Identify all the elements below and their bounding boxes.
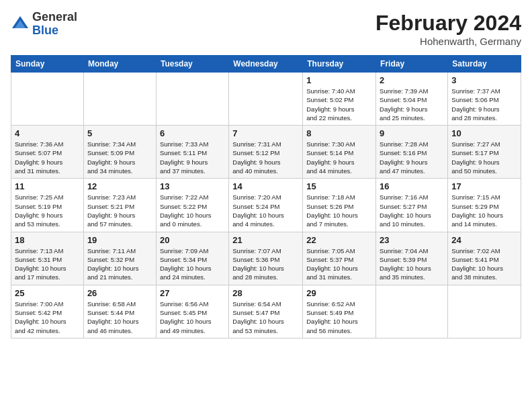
day-number: 16 xyxy=(380,181,444,191)
calendar-cell: 2Sunrise: 7:39 AM Sunset: 5:04 PM Daylig… xyxy=(376,73,448,126)
day-number: 15 xyxy=(306,181,372,191)
day-number: 7 xyxy=(232,128,299,138)
day-info: Sunrise: 7:33 AM Sunset: 5:11 PM Dayligh… xyxy=(160,140,225,175)
location-label: Hohenwarth, Germany xyxy=(375,36,521,47)
day-number: 17 xyxy=(451,181,517,191)
day-info: Sunrise: 7:00 AM Sunset: 5:42 PM Dayligh… xyxy=(15,300,80,335)
day-info: Sunrise: 7:16 AM Sunset: 5:27 PM Dayligh… xyxy=(380,193,444,228)
day-number: 10 xyxy=(451,128,517,138)
page-header: General Blue February 2024 Hohenwarth, G… xyxy=(11,11,521,47)
calendar-cell: 1Sunrise: 7:40 AM Sunset: 5:02 PM Daylig… xyxy=(303,73,376,126)
calendar-cell: 12Sunrise: 7:23 AM Sunset: 5:21 PM Dayli… xyxy=(83,179,156,232)
day-number: 13 xyxy=(160,181,225,191)
day-info: Sunrise: 7:22 AM Sunset: 5:22 PM Dayligh… xyxy=(160,193,225,228)
calendar-cell: 20Sunrise: 7:09 AM Sunset: 5:34 PM Dayli… xyxy=(156,232,228,285)
day-info: Sunrise: 7:07 AM Sunset: 5:36 PM Dayligh… xyxy=(232,246,299,282)
calendar-cell: 8Sunrise: 7:30 AM Sunset: 5:14 PM Daylig… xyxy=(303,126,376,179)
day-info: Sunrise: 7:15 AM Sunset: 5:29 PM Dayligh… xyxy=(451,193,517,228)
calendar-table: SundayMondayTuesdayWednesdayThursdayFrid… xyxy=(11,55,521,338)
calendar-cell xyxy=(448,285,521,338)
calendar-week-3: 11Sunrise: 7:25 AM Sunset: 5:19 PM Dayli… xyxy=(11,179,521,232)
calendar-cell: 7Sunrise: 7:31 AM Sunset: 5:12 PM Daylig… xyxy=(229,126,303,179)
day-info: Sunrise: 7:39 AM Sunset: 5:04 PM Dayligh… xyxy=(380,87,444,122)
day-number: 23 xyxy=(380,235,444,245)
day-number: 26 xyxy=(87,288,152,298)
day-number: 8 xyxy=(306,128,372,138)
calendar-cell: 22Sunrise: 7:05 AM Sunset: 5:37 PM Dayli… xyxy=(303,232,376,285)
day-info: Sunrise: 7:20 AM Sunset: 5:24 PM Dayligh… xyxy=(232,193,299,228)
day-info: Sunrise: 7:11 AM Sunset: 5:32 PM Dayligh… xyxy=(87,246,152,282)
logo-blue-label: Blue xyxy=(32,24,77,38)
calendar-week-4: 18Sunrise: 7:13 AM Sunset: 5:31 PM Dayli… xyxy=(11,232,521,285)
calendar-cell xyxy=(83,73,156,126)
calendar-cell: 3Sunrise: 7:37 AM Sunset: 5:06 PM Daylig… xyxy=(448,73,521,126)
day-info: Sunrise: 7:34 AM Sunset: 5:09 PM Dayligh… xyxy=(87,140,152,175)
logo: General Blue xyxy=(11,11,77,38)
day-number: 28 xyxy=(232,288,299,298)
logo-general-label: General xyxy=(32,11,77,24)
logo-icon xyxy=(11,15,30,34)
day-number: 3 xyxy=(451,75,517,85)
day-info: Sunrise: 7:28 AM Sunset: 5:16 PM Dayligh… xyxy=(380,140,444,175)
day-info: Sunrise: 7:04 AM Sunset: 5:39 PM Dayligh… xyxy=(380,246,444,282)
calendar-cell: 21Sunrise: 7:07 AM Sunset: 5:36 PM Dayli… xyxy=(229,232,303,285)
day-info: Sunrise: 7:13 AM Sunset: 5:31 PM Dayligh… xyxy=(15,246,80,282)
day-info: Sunrise: 7:18 AM Sunset: 5:26 PM Dayligh… xyxy=(306,193,372,228)
calendar-cell: 25Sunrise: 7:00 AM Sunset: 5:42 PM Dayli… xyxy=(11,285,84,338)
day-info: Sunrise: 6:54 AM Sunset: 5:47 PM Dayligh… xyxy=(232,300,299,335)
day-number: 18 xyxy=(15,235,80,245)
day-info: Sunrise: 7:25 AM Sunset: 5:19 PM Dayligh… xyxy=(15,193,80,228)
day-number: 27 xyxy=(160,288,225,298)
calendar-cell: 15Sunrise: 7:18 AM Sunset: 5:26 PM Dayli… xyxy=(303,179,376,232)
logo-text: General Blue xyxy=(32,11,77,38)
day-number: 4 xyxy=(15,128,80,138)
calendar-cell xyxy=(376,285,448,338)
day-number: 12 xyxy=(87,181,152,191)
day-info: Sunrise: 7:40 AM Sunset: 5:02 PM Dayligh… xyxy=(306,87,372,122)
calendar-cell: 26Sunrise: 6:58 AM Sunset: 5:44 PM Dayli… xyxy=(83,285,156,338)
day-number: 24 xyxy=(451,235,517,245)
calendar-cell: 28Sunrise: 6:54 AM Sunset: 5:47 PM Dayli… xyxy=(229,285,303,338)
weekday-header-tuesday: Tuesday xyxy=(156,56,228,73)
day-number: 14 xyxy=(232,181,299,191)
calendar-cell: 14Sunrise: 7:20 AM Sunset: 5:24 PM Dayli… xyxy=(229,179,303,232)
day-info: Sunrise: 6:56 AM Sunset: 5:45 PM Dayligh… xyxy=(160,300,225,335)
calendar-cell: 9Sunrise: 7:28 AM Sunset: 5:16 PM Daylig… xyxy=(376,126,448,179)
calendar-cell xyxy=(156,73,228,126)
day-number: 29 xyxy=(306,288,372,298)
day-number: 9 xyxy=(380,128,444,138)
calendar-cell xyxy=(11,73,84,126)
calendar-cell: 17Sunrise: 7:15 AM Sunset: 5:29 PM Dayli… xyxy=(448,179,521,232)
calendar-cell: 4Sunrise: 7:36 AM Sunset: 5:07 PM Daylig… xyxy=(11,126,84,179)
day-info: Sunrise: 7:23 AM Sunset: 5:21 PM Dayligh… xyxy=(87,193,152,228)
title-block: February 2024 Hohenwarth, Germany xyxy=(375,11,521,47)
calendar-cell: 6Sunrise: 7:33 AM Sunset: 5:11 PM Daylig… xyxy=(156,126,228,179)
day-info: Sunrise: 7:27 AM Sunset: 5:17 PM Dayligh… xyxy=(451,140,517,175)
calendar-cell: 18Sunrise: 7:13 AM Sunset: 5:31 PM Dayli… xyxy=(11,232,84,285)
weekday-header-monday: Monday xyxy=(83,56,156,73)
calendar-cell: 27Sunrise: 6:56 AM Sunset: 5:45 PM Dayli… xyxy=(156,285,228,338)
day-info: Sunrise: 7:09 AM Sunset: 5:34 PM Dayligh… xyxy=(160,246,225,282)
day-number: 2 xyxy=(380,75,444,85)
calendar-cell xyxy=(229,73,303,126)
day-number: 19 xyxy=(87,235,152,245)
day-number: 21 xyxy=(232,235,299,245)
calendar-cell: 16Sunrise: 7:16 AM Sunset: 5:27 PM Dayli… xyxy=(376,179,448,232)
calendar-cell: 11Sunrise: 7:25 AM Sunset: 5:19 PM Dayli… xyxy=(11,179,84,232)
calendar-cell: 24Sunrise: 7:02 AM Sunset: 5:41 PM Dayli… xyxy=(448,232,521,285)
calendar-week-1: 1Sunrise: 7:40 AM Sunset: 5:02 PM Daylig… xyxy=(11,73,521,126)
day-info: Sunrise: 7:02 AM Sunset: 5:41 PM Dayligh… xyxy=(451,246,517,282)
day-info: Sunrise: 7:30 AM Sunset: 5:14 PM Dayligh… xyxy=(306,140,372,175)
calendar-cell: 23Sunrise: 7:04 AM Sunset: 5:39 PM Dayli… xyxy=(376,232,448,285)
weekday-header-wednesday: Wednesday xyxy=(229,56,303,73)
calendar-cell: 13Sunrise: 7:22 AM Sunset: 5:22 PM Dayli… xyxy=(156,179,228,232)
day-info: Sunrise: 7:05 AM Sunset: 5:37 PM Dayligh… xyxy=(306,246,372,282)
weekday-header-sunday: Sunday xyxy=(11,56,84,73)
day-number: 6 xyxy=(160,128,225,138)
day-number: 25 xyxy=(15,288,80,298)
day-info: Sunrise: 7:31 AM Sunset: 5:12 PM Dayligh… xyxy=(232,140,299,175)
day-info: Sunrise: 7:36 AM Sunset: 5:07 PM Dayligh… xyxy=(15,140,80,175)
calendar-cell: 10Sunrise: 7:27 AM Sunset: 5:17 PM Dayli… xyxy=(448,126,521,179)
day-number: 20 xyxy=(160,235,225,245)
weekday-header-friday: Friday xyxy=(376,56,448,73)
